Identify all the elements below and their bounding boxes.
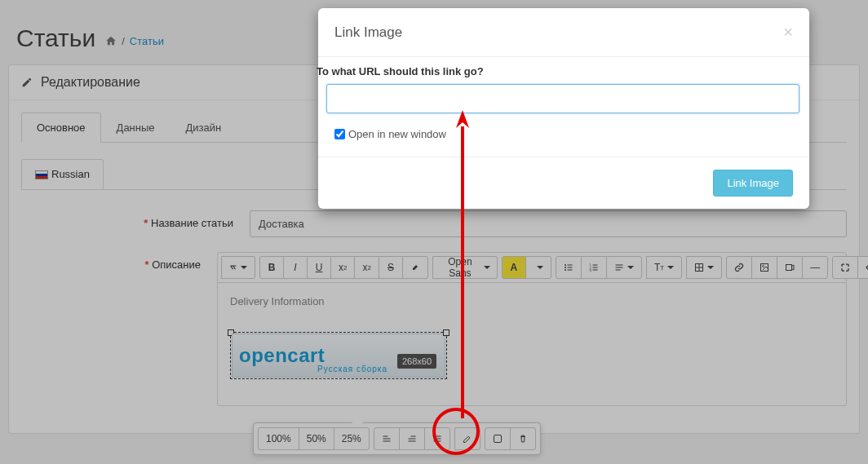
new-window-checkbox[interactable]	[334, 129, 345, 139]
close-icon[interactable]: ×	[783, 23, 793, 42]
link-image-submit-button[interactable]: Link Image	[713, 170, 793, 197]
new-window-label[interactable]: Open in new window	[348, 128, 446, 140]
url-input[interactable]	[326, 84, 799, 113]
modal-title: Link Image	[334, 24, 402, 41]
modal-prompt: To what URL should this link go?	[317, 57, 793, 84]
link-image-modal: Link Image × To what URL should this lin…	[318, 8, 809, 209]
